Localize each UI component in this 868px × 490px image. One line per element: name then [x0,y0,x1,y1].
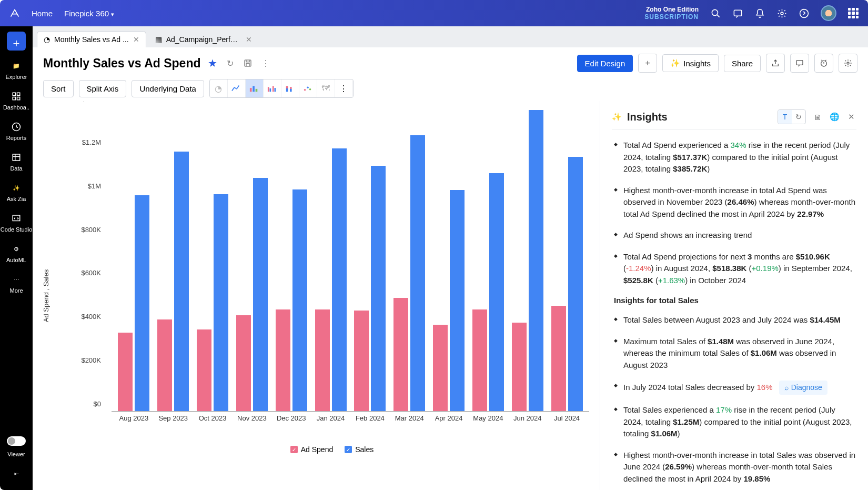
legend-sales[interactable]: ✓Sales [345,445,374,454]
tab-inactive[interactable]: ▦ Ad_Campaign_Perfor... ✕ [148,31,259,47]
grouped-bar-icon[interactable] [264,79,281,97]
bar-sales[interactable] [371,166,386,411]
insight-item: Maximum total Sales of $1.48M was observ… [612,336,856,372]
table-icon: ▦ [155,35,162,44]
bar-group [118,195,149,411]
sort-button[interactable]: Sort [43,80,74,97]
top-bar: Home Finepick 360 ▾ Zoho One EditionSUBS… [0,0,868,26]
sidebar-dashboards[interactable]: Dashboa.. [0,85,33,116]
x-tick: Mar 2024 [393,414,425,422]
plus-button[interactable]: + [638,54,657,73]
bar-sales[interactable] [332,148,347,411]
bar-adspend[interactable] [551,306,566,411]
y-tick: $1.4M [82,101,101,103]
tab-active[interactable]: ◔ Monthly Sales vs Ad ... ✕ [37,31,146,47]
zia-icon: ✨ [612,112,622,122]
save-icon[interactable] [243,58,253,68]
bar-group [315,148,347,411]
split-axis-button[interactable]: Split Axis [79,80,127,97]
bar-adspend[interactable] [236,315,251,411]
sidebar-data[interactable]: Data [0,146,33,177]
bar-sales[interactable] [292,189,307,411]
underlying-data-button[interactable]: Underlying Data [132,80,204,97]
logo-icon[interactable] [9,8,20,18]
sidebar-more[interactable]: ⋯More [0,268,33,299]
insights-view-toggle[interactable]: T↻ [778,109,806,124]
edit-design-button[interactable]: Edit Design [577,55,633,72]
close-insights-icon[interactable]: ✕ [846,112,856,122]
bar-adspend[interactable] [118,333,133,411]
y-tick: $200K [81,356,101,364]
bar-sales[interactable] [214,194,228,411]
bar-group [197,194,228,411]
bar-adspend[interactable] [197,329,211,411]
avatar[interactable] [821,5,836,21]
diagnose-button[interactable]: ⌕ Diagnose [779,381,827,395]
svg-rect-1 [734,10,741,16]
chat-icon[interactable] [732,8,743,18]
globe-icon[interactable]: 🌐 [829,112,840,122]
bar-sales[interactable] [568,157,583,411]
line-chart-icon[interactable] [228,79,246,97]
bar-adspend[interactable] [433,325,448,411]
svg-rect-9 [13,154,20,161]
y-tick: $0 [94,400,101,408]
bar-adspend[interactable] [472,309,487,411]
help-icon[interactable] [799,8,809,18]
close-tab-icon[interactable]: ✕ [246,35,252,44]
star-icon[interactable]: ★ [208,57,217,69]
sidebar-explorer[interactable]: 📁Explorer [0,55,33,85]
svg-point-0 [712,9,718,15]
workspace-selector[interactable]: Finepick 360 ▾ [64,9,114,18]
svg-rect-20 [272,86,274,92]
bar-adspend[interactable] [315,309,330,411]
svg-rect-24 [290,87,292,89]
bar-sales[interactable] [135,195,149,411]
add-button[interactable]: + [7,32,26,51]
document-icon[interactable]: 🗎 [812,112,823,122]
chart-toolbar: Sort Split Axis Underlying Data ◔ 🗺 ⋮ [33,79,868,101]
bar-sales[interactable] [174,152,189,411]
viewer-toggle[interactable]: Viewer [0,431,33,463]
close-tab-icon[interactable]: ✕ [133,35,139,44]
sidebar-automl[interactable]: ⚙AutoML [0,238,33,268]
refresh-icon[interactable]: ↻ [225,58,235,68]
chart-more-icon[interactable]: ⋮ [335,79,353,97]
bar-sales[interactable] [529,110,543,411]
sidebar-askzia[interactable]: ✨Ask Zia [0,177,33,207]
settings-button[interactable] [839,54,857,73]
map-chart-icon[interactable]: 🗺 [317,79,335,97]
legend-adspend[interactable]: ✓Ad Spend [290,445,334,454]
tabs-bar: ◔ Monthly Sales vs Ad ... ✕ ▦ Ad_Campaig… [33,26,868,47]
bar-chart-icon[interactable] [246,79,264,97]
sidebar-codestudio[interactable]: Code Studio [0,207,33,238]
bar-sales[interactable] [253,178,268,411]
insights-button[interactable]: ✨Insights [662,54,719,72]
alert-icon[interactable] [814,54,833,73]
bar-sales[interactable] [489,173,504,411]
bar-adspend[interactable] [157,319,172,411]
export-icon[interactable] [766,54,785,73]
svg-rect-19 [270,88,271,92]
settings-icon[interactable] [776,8,787,18]
stacked-bar-icon[interactable] [281,79,299,97]
x-tick: Feb 2024 [354,414,386,422]
x-tick: Dec 2023 [276,414,307,422]
bar-adspend[interactable] [512,323,527,411]
bar-adspend[interactable] [276,309,290,411]
more-icon[interactable]: ⋮ [260,58,271,68]
share-button[interactable]: Share [724,55,761,72]
pie-chart-icon[interactable]: ◔ [210,79,228,97]
comment-icon[interactable] [790,54,809,73]
bar-sales[interactable] [410,135,425,411]
bar-adspend[interactable] [354,311,369,411]
bar-adspend[interactable] [393,298,408,411]
collapse-sidebar-icon[interactable]: ⇤ [0,463,33,485]
sidebar-reports[interactable]: Reports [0,116,33,146]
home-link[interactable]: Home [32,9,53,18]
apps-icon[interactable] [848,8,859,18]
scatter-chart-icon[interactable] [299,79,317,97]
search-icon[interactable] [710,8,721,18]
bar-sales[interactable] [450,190,465,411]
bell-icon[interactable] [754,8,765,18]
